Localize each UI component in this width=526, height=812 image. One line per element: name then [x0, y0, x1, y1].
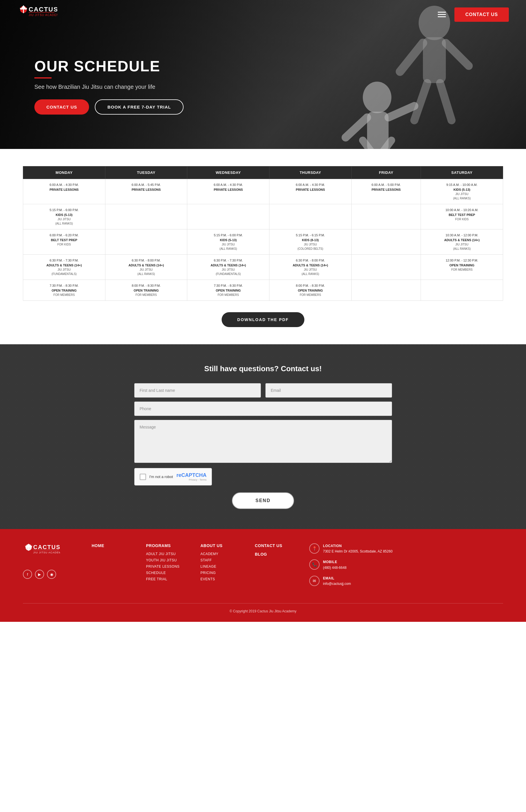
footer-programs-list: ADULT JIU JITSU YOUTH JIU JITSU PRIVATE … — [146, 552, 183, 581]
message-textarea[interactable] — [134, 420, 392, 463]
download-pdf-button[interactable]: DOWNLOAD THE PDF — [222, 312, 305, 327]
hero-trial-button[interactable]: BOOK A FREE 7-DAY TRIAL — [95, 99, 184, 115]
tue-time-4: 6:30 P.M. - 8:00 P.M. — [108, 258, 185, 263]
email-icon: ✉ — [309, 576, 320, 586]
mon-detail-5: FOR MEMBERS — [26, 293, 103, 297]
footer-youth-jj[interactable]: YOUTH JIU JITSU — [146, 558, 183, 562]
email-input[interactable] — [265, 383, 392, 397]
location-icon: 📍 — [309, 543, 320, 554]
wed-cell-1: 6:00 A.M. - 4:30 P.M. PRIVATE LESSONS — [187, 179, 269, 204]
tue-cell-5: 8:00 P.M. - 8:30 P.M. OPEN TRAINING FOR … — [105, 280, 187, 301]
footer-home-title[interactable]: HOME — [92, 543, 129, 548]
footer-blog-title[interactable]: BLOG — [255, 552, 292, 556]
thu-time-1: 6:00 A.M. - 4:30 P.M. — [272, 183, 349, 187]
footer-col-home: HOME — [92, 543, 129, 583]
schedule-row-4: 6:30 P.M. - 7:30 P.M. ADULTS & TEENS (14… — [23, 255, 503, 280]
youtube-icon[interactable]: ▶ — [35, 570, 44, 579]
footer-events[interactable]: EVENTS — [201, 577, 238, 581]
facebook-icon[interactable]: f — [23, 570, 32, 579]
thu-time-4: 6:30 P.M. - 8:00 P.M. — [272, 258, 349, 263]
svg-line-2 — [400, 43, 423, 72]
svg-text:CACTUS: CACTUS — [29, 6, 57, 13]
svg-line-5 — [440, 83, 452, 120]
footer-adult-jj[interactable]: ADULT JIU JITSU — [146, 552, 183, 556]
footer-social: f ▶ ◉ — [23, 570, 74, 579]
header-contact-button[interactable]: CONTACT US — [454, 8, 509, 22]
wed-class-4: ADULTS & TEENS (14+) — [190, 263, 267, 268]
tue-detail-5: FOR MEMBERS — [108, 293, 185, 297]
fri-cell-3 — [351, 229, 421, 255]
recaptcha-checkbox[interactable] — [140, 474, 146, 480]
fri-cell-2 — [351, 204, 421, 229]
footer-about-list: ACADEMY STAFF LINEAGE PRICING EVENTS — [201, 552, 238, 581]
wed-cell-3: 5:15 P.M. - 6:00 P.M. KIDS (5-13) JIU JI… — [187, 229, 269, 255]
footer-contact-info-col: 📍 Location 7302 E Helm Dr #2005, Scottsd… — [309, 543, 503, 592]
form-phone-row — [134, 402, 392, 416]
hero-section: CACTUS JIU JITSU ACADEMY CONTACT US OUR … — [0, 0, 526, 149]
wed-class-3: KIDS (5-13) — [190, 238, 267, 243]
sat-class-1: KIDS (5-13) — [423, 187, 500, 192]
name-input[interactable] — [134, 383, 261, 397]
day-tuesday: TUESDAY — [105, 166, 187, 179]
download-btn-wrap: DOWNLOAD THE PDF — [23, 312, 503, 327]
day-friday: FRIDAY — [351, 166, 421, 179]
day-saturday: SATURDAY — [421, 166, 503, 179]
tue-cell-3 — [105, 229, 187, 255]
sat-detail-2: FOR KIDS — [423, 217, 500, 221]
sat-cell-5 — [421, 280, 503, 301]
mon-cell-5: 7:30 P.M. - 8:30 P.M. OPEN TRAINING FOR … — [23, 280, 105, 301]
footer-about-title: ABOUT US — [201, 543, 238, 548]
thu-detail-5: FOR MEMBERS — [272, 293, 349, 297]
thu-cell-4: 6:30 P.M. - 8:00 P.M. ADULTS & TEENS (14… — [269, 255, 352, 280]
phone-input[interactable] — [134, 402, 392, 416]
wed-time-4: 6:30 P.M. - 7:30 P.M. — [190, 258, 267, 263]
schedule-section: MONDAY TUESDAY WEDNESDAY THURSDAY FRIDAY… — [0, 149, 526, 344]
tue-detail-4: JIU JITSU(ALL RANKS) — [108, 267, 185, 276]
footer-lineage[interactable]: LINEAGE — [201, 565, 238, 568]
footer-free-trial[interactable]: FREE TRIAL — [146, 577, 183, 581]
day-wednesday: WEDNESDAY — [187, 166, 269, 179]
hero-contact-button[interactable]: CONTACT US — [34, 99, 89, 115]
tue-class-1: PRIVATE LESSONS — [108, 187, 185, 192]
wed-cell-2 — [187, 204, 269, 229]
wed-cell-4: 6:30 P.M. - 7:30 P.M. ADULTS & TEENS (14… — [187, 255, 269, 280]
wed-class-1: PRIVATE LESSONS — [190, 187, 267, 192]
footer-pricing[interactable]: PRICING — [201, 571, 238, 575]
svg-text:JIU JITSU ACADEMY: JIU JITSU ACADEMY — [29, 13, 57, 17]
wed-detail-3: JIU JITSU(ALL RANKS) — [190, 242, 267, 251]
schedule-table: MONDAY TUESDAY WEDNESDAY THURSDAY FRIDAY… — [23, 166, 503, 301]
footer-academy[interactable]: ACADEMY — [201, 552, 238, 556]
wed-time-5: 7:30 P.M. - 8:30 P.M. — [190, 283, 267, 288]
footer-email-text: Email info@cactusjj.com — [323, 576, 351, 586]
svg-point-6 — [363, 82, 391, 113]
hamburger-menu[interactable] — [438, 12, 446, 17]
day-monday: MONDAY — [23, 166, 105, 179]
svg-line-8 — [346, 117, 367, 137]
form-message-row — [134, 420, 392, 464]
sat-detail-1: JIU JITSU(ALL RANKS) — [423, 192, 500, 201]
schedule-row-3: 6:00 P.M. - 6:20 P.M. BELT TEST PREP FOR… — [23, 229, 503, 255]
recaptcha-box[interactable]: I'm not a robot reCAPTCHA Privacy - Term… — [134, 468, 212, 485]
mon-detail-2: JIU JITSU(ALL RANKS) — [26, 217, 103, 226]
footer-staff[interactable]: STAFF — [201, 558, 238, 562]
tue-cell-1: 6:00 A.M. - 5:45 P.M. PRIVATE LESSONS — [105, 179, 187, 204]
mon-detail-4: JIU JITSU(FUNDAMENTALS) — [26, 267, 103, 276]
hero-underline — [34, 77, 52, 78]
tue-time-1: 6:00 A.M. - 5:45 P.M. — [108, 183, 185, 187]
footer-contact-title[interactable]: CONTACT US — [255, 543, 292, 548]
hero-content: OUR SCHEDULE See how Brazilian Jiu Jitsu… — [0, 58, 184, 126]
mon-time-1: 6:00 A.M. - 4:30 P.M. — [26, 183, 103, 187]
thu-class-1: PRIVATE LESSONS — [272, 187, 349, 192]
send-button[interactable]: SEND — [232, 492, 294, 509]
recaptcha-row: I'm not a robot reCAPTCHA Privacy - Term… — [134, 468, 392, 485]
mon-cell-2: 5:15 P.M. - 6:00 P.M. KIDS (5-13) JIU JI… — [23, 204, 105, 229]
footer-schedule[interactable]: SCHEDULE — [146, 571, 183, 575]
instagram-icon[interactable]: ◉ — [47, 570, 56, 579]
sat-cell-2: 10:00 A.M. - 10:20 A.M. BELT TEST PREP F… — [421, 204, 503, 229]
thu-detail-3: JIU JITSU(COLORED BELTS) — [272, 242, 349, 251]
svg-text:JIU JITSU ACADEMY: JIU JITSU ACADEMY — [33, 551, 60, 554]
thu-time-5: 8:00 P.M. - 8:30 P.M. — [272, 283, 349, 288]
fri-cell-5 — [351, 280, 421, 301]
footer-private-lessons[interactable]: PRIVATE LESSONS — [146, 565, 183, 568]
fri-cell-1: 6:00 A.M. - 5:00 P.M. PRIVATE LESSONS — [351, 179, 421, 204]
